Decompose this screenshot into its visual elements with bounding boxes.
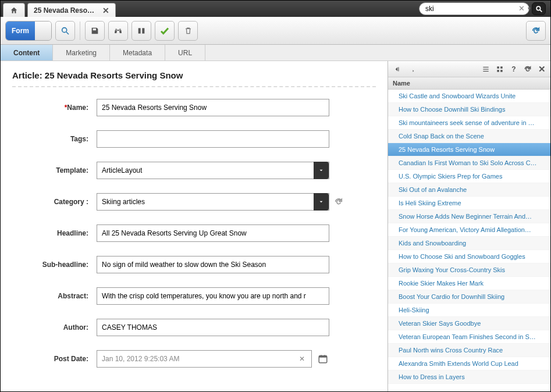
tab-metadata[interactable]: Metadata [110, 45, 165, 60]
svg-rect-13 [483, 70, 488, 71]
search-container: ✕ ▾ [419, 2, 546, 15]
list-view-icon[interactable] [481, 64, 491, 74]
svg-point-0 [536, 6, 541, 10]
result-item[interactable]: Is Heli Skiing Extreme [388, 197, 550, 210]
postdate-input[interactable] [97, 350, 312, 368]
delete-button[interactable] [178, 21, 198, 41]
result-item[interactable]: Boost Your Cardio for Downhill Skiing [388, 290, 550, 304]
category-value: Skiing articles [102, 198, 145, 206]
svg-point-2 [62, 27, 67, 32]
result-item[interactable]: Paul North wins Cross Country Race [388, 344, 550, 357]
binoculars-button[interactable] [108, 21, 128, 41]
form-view-toggle[interactable]: Form [5, 21, 52, 41]
results-toolbar: ? ✕ [388, 61, 550, 77]
refresh-button[interactable] [526, 21, 546, 41]
result-item[interactable]: Snow Horse Adds New Beginner Terrain And… [388, 210, 550, 223]
abstract-label: Abstract: [12, 292, 97, 300]
top-tab-bar: 25 Nevada Reso… ✕ ✕ ▾ [1, 1, 550, 17]
category-refresh-icon[interactable] [334, 197, 343, 206]
name-label: *Name: [12, 104, 97, 112]
result-item[interactable]: How to Dress in Layers [388, 370, 550, 384]
search-input[interactable] [419, 2, 529, 15]
preview-button[interactable] [55, 21, 75, 41]
result-item[interactable]: Veteran Skier Says Goodbye [388, 317, 550, 330]
result-item[interactable]: Ski Castle and Snowboard Wizards Unite [388, 90, 550, 103]
article-heading: Article: 25 Nevada Resorts Serving Snow [12, 70, 376, 87]
tab-marketing[interactable]: Marketing [53, 45, 110, 60]
result-item[interactable]: Kids and Snowboarding [388, 237, 550, 250]
refresh-icon [531, 26, 541, 35]
result-item[interactable]: Heli-Skiing [388, 304, 550, 317]
search-button[interactable] [532, 2, 546, 15]
svg-rect-16 [497, 70, 499, 72]
binoculars-icon [113, 26, 123, 35]
close-panel-icon[interactable]: ✕ [536, 64, 547, 74]
result-item[interactable]: Cold Snap Back on the Scene [388, 130, 550, 143]
grid-view-icon[interactable] [495, 64, 505, 74]
tab-url[interactable]: URL [165, 45, 205, 60]
svg-rect-15 [500, 66, 503, 69]
result-item[interactable]: Grip Waxing Your Cross-Country Skis [388, 263, 550, 277]
close-tab-icon[interactable]: ✕ [102, 6, 109, 15]
result-item[interactable]: Rookie Skier Makes Her Mark [388, 277, 550, 290]
magnifier-icon [535, 5, 543, 13]
clear-date-icon[interactable]: ✕ [299, 355, 305, 363]
svg-rect-12 [483, 69, 488, 69]
name-input[interactable] [97, 99, 329, 116]
help-icon[interactable]: ? [509, 64, 519, 74]
checkmark-icon [159, 26, 170, 36]
approve-button[interactable] [155, 21, 175, 41]
tab-title: 25 Nevada Reso… [34, 6, 94, 15]
svg-line-3 [66, 32, 69, 34]
sort-icon[interactable] [406, 64, 416, 74]
headline-input[interactable] [97, 224, 329, 242]
svg-rect-5 [142, 28, 144, 33]
result-item[interactable]: Ski mountaineers seek sense of adventure… [388, 116, 550, 130]
results-column-header[interactable]: Name [388, 77, 550, 90]
svg-rect-10 [398, 67, 399, 71]
svg-rect-11 [483, 66, 488, 67]
result-item[interactable]: U.S. Olympic Skiers Prep for Games [388, 170, 550, 183]
result-item[interactable]: How to Choose Downhill Ski Bindings [388, 103, 550, 116]
main-split: Article: 25 Nevada Resorts Serving Snow … [1, 61, 550, 392]
calendar-icon[interactable] [318, 354, 328, 364]
trash-icon [184, 26, 193, 35]
result-item[interactable]: How to Choose Ski and Snowboard Goggles [388, 250, 550, 263]
clear-search-icon[interactable]: ✕ [518, 4, 525, 13]
search-dropdown-icon[interactable]: ▾ [528, 5, 531, 12]
svg-line-1 [540, 10, 542, 12]
result-item[interactable]: For Young American, Victory Amid Allegat… [388, 223, 550, 237]
template-select[interactable]: ArticleLayout [97, 162, 329, 179]
tab-content[interactable]: Content [1, 45, 53, 60]
headline-label: Headline: [12, 229, 97, 237]
tags-label: Tags: [12, 135, 97, 143]
results-panel: ? ✕ Name Ski Castle and Snowboard Wizard… [388, 61, 550, 392]
collapse-icon[interactable] [392, 64, 402, 74]
template-value: ArticleLayout [102, 166, 142, 174]
svg-rect-14 [497, 66, 499, 69]
refresh-results-icon[interactable] [522, 64, 533, 74]
subheadline-label: Sub-headline: [12, 261, 97, 269]
document-tab[interactable]: 25 Nevada Reso… ✕ [27, 3, 116, 17]
abstract-input[interactable] [97, 287, 329, 305]
home-icon [10, 6, 18, 15]
chevron-down-icon [314, 162, 329, 179]
svg-rect-7 [319, 356, 327, 358]
form-toggle-label: Form [6, 22, 35, 40]
result-item[interactable]: Veteran European Team Finishes Second in… [388, 330, 550, 344]
save-button[interactable] [85, 21, 105, 41]
result-item[interactable]: Alexandra Smith Extends World Cup Lead [388, 357, 550, 370]
category-label: Category : [12, 198, 97, 206]
tags-input[interactable] [97, 130, 329, 148]
content-tab-strip: Content Marketing Metadata URL [1, 45, 550, 61]
result-item[interactable]: Canadian Is First Woman to Ski Solo Acro… [388, 156, 550, 170]
author-input[interactable] [97, 319, 329, 336]
category-select[interactable]: Skiing articles [97, 193, 329, 211]
compare-button[interactable] [131, 21, 151, 41]
floppy-icon [90, 26, 99, 35]
svg-rect-4 [138, 28, 141, 33]
subheadline-input[interactable] [97, 256, 329, 273]
result-item[interactable]: 25 Nevada Resorts Serving Snow [388, 143, 550, 156]
result-item[interactable]: Ski Out of an Avalanche [388, 183, 550, 197]
home-tab[interactable] [3, 3, 25, 17]
